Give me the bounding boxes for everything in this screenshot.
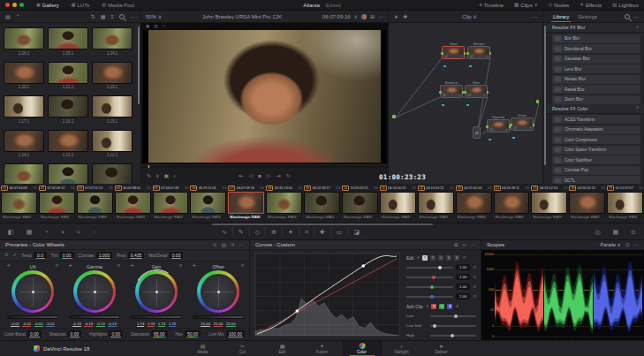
gallery-still[interactable]: 1.9.1 bbox=[92, 163, 133, 184]
power-window-icon[interactable]: ◇ bbox=[254, 229, 261, 235]
gallery-still[interactable]: 1.20.1 bbox=[4, 62, 44, 90]
channel-gain-value[interactable]: 1.00 bbox=[456, 284, 470, 290]
link-channels-icon[interactable]: ∞ bbox=[417, 255, 420, 260]
sort-icon[interactable]: ⇅ bbox=[91, 14, 95, 19]
color-match-icon[interactable]: ▦ bbox=[26, 229, 34, 235]
viewer-timecode[interactable]: 06:07:09:16 bbox=[322, 14, 351, 19]
param-value[interactable]: 65.00 bbox=[151, 330, 168, 337]
color-wheels-icon[interactable]: ◔ bbox=[43, 229, 49, 235]
gallery-still[interactable]: 1.16.1 bbox=[48, 95, 88, 124]
more-options-icon[interactable]: ⋯ bbox=[130, 14, 135, 19]
go-last-frame-button[interactable]: ⇥ bbox=[276, 173, 280, 178]
wheel-lift-control[interactable] bbox=[11, 270, 54, 313]
channel-chip-r[interactable]: R bbox=[430, 255, 436, 261]
node-input-port[interactable] bbox=[510, 124, 512, 126]
wipe-mode-icon[interactable] bbox=[361, 14, 367, 19]
video-frame[interactable] bbox=[143, 30, 386, 163]
motion-effects-icon[interactable]: ◌ bbox=[92, 229, 97, 235]
slider-handle[interactable] bbox=[451, 334, 454, 337]
soft-clip-slider[interactable] bbox=[430, 335, 476, 337]
split-screen-icon[interactable]: ⊞ bbox=[370, 14, 375, 19]
tracker-icon[interactable]: ⊕ bbox=[270, 229, 277, 235]
info-icon[interactable]: ⊙ bbox=[630, 229, 637, 235]
timecode-chevron-icon[interactable]: ∨ bbox=[354, 14, 358, 19]
fx-item[interactable]: Directional Blur bbox=[552, 44, 640, 53]
page-tab-edit[interactable]: ▦Edit bbox=[262, 341, 302, 356]
channel-gain-value[interactable]: 1.00 bbox=[456, 264, 470, 270]
topbar-button-timeline[interactable]: ≡Timeline bbox=[474, 3, 509, 8]
timeline-clip-17[interactable]: 1705:52:37:07V1Blackmagic RAW bbox=[606, 184, 644, 223]
wheels-view-icon[interactable]: ▤ bbox=[222, 242, 226, 247]
list-view-icon[interactable]: ≡ bbox=[110, 14, 114, 19]
channel-chip-y[interactable]: Y bbox=[422, 255, 428, 261]
channel-chip-b[interactable]: B bbox=[446, 255, 451, 261]
hdr-wheels-icon[interactable]: ◑ bbox=[59, 229, 64, 235]
slider-handle[interactable] bbox=[438, 266, 442, 269]
param-value[interactable]: 0.00 bbox=[60, 252, 74, 259]
channel-chip-g[interactable]: G bbox=[438, 255, 443, 261]
fx-section-header[interactable]: Resolve FX Color∧ bbox=[545, 104, 644, 114]
channel-gain-slider[interactable] bbox=[406, 276, 453, 278]
scope-mode-select[interactable]: Parade ∨ bbox=[601, 242, 621, 247]
curves-graph[interactable] bbox=[254, 253, 400, 337]
pan-tool-icon[interactable]: ✚ bbox=[403, 14, 407, 19]
stop-button[interactable]: ■ bbox=[258, 173, 261, 178]
param-value[interactable]: 0.00 bbox=[68, 330, 82, 337]
node-input-port[interactable] bbox=[439, 91, 442, 94]
qualifier-icon[interactable]: ✎ bbox=[238, 229, 245, 235]
soft-clip-reset-icon[interactable]: ↺ bbox=[455, 304, 458, 308]
node-key-port[interactable] bbox=[469, 65, 472, 68]
param-value[interactable]: 1.000 bbox=[96, 252, 113, 259]
scope-expand-icon[interactable]: ⊡ bbox=[625, 242, 630, 247]
keyframes-icon[interactable]: ◎ bbox=[594, 229, 601, 235]
page-tab-color[interactable]: Color bbox=[342, 341, 382, 356]
timeline-clip-02[interactable]: 0207:02:09:12V1Blackmagic RAW bbox=[38, 184, 76, 223]
timeline-clip-15[interactable]: 1504:13:12:14V1Blackmagic RAW bbox=[530, 184, 568, 223]
master-wheel-slider[interactable] bbox=[69, 315, 120, 319]
gallery-still[interactable]: 1.24.1 bbox=[92, 27, 133, 56]
channel-gain-slider[interactable] bbox=[406, 296, 453, 298]
curve-control-point[interactable] bbox=[295, 309, 299, 313]
source-input-port[interactable] bbox=[392, 115, 396, 118]
auto-balance-icon[interactable]: ⊙ bbox=[4, 253, 9, 258]
top-tab-gallery[interactable]: ▣Gallery bbox=[30, 0, 65, 10]
pointer-tool-icon[interactable]: ➤ bbox=[394, 14, 398, 19]
export-still-icon[interactable]: ⌃ bbox=[16, 14, 20, 19]
image-wipe-icon[interactable]: ▣ bbox=[146, 25, 149, 29]
stereo-3d-icon[interactable]: ◪ bbox=[352, 229, 360, 235]
gallery-scrollbar[interactable] bbox=[138, 27, 140, 104]
viewer-options-icon[interactable]: ⋯ bbox=[378, 14, 383, 19]
node-glow[interactable]: Glow01▪ bbox=[442, 42, 465, 59]
fx-item[interactable]: DCTL bbox=[552, 176, 640, 184]
gallery-still[interactable]: 1.15.1 bbox=[92, 95, 133, 124]
edit-reset-icon[interactable]: ↺ bbox=[462, 255, 466, 260]
compare-icon[interactable]: ▣ bbox=[163, 173, 169, 178]
page-tab-media[interactable]: ▤Media bbox=[183, 341, 223, 356]
step-back-button[interactable]: ◁ bbox=[249, 173, 254, 178]
fx-item[interactable]: Color Space Transform bbox=[552, 146, 640, 155]
soft-clip-chip-g[interactable]: G bbox=[439, 304, 444, 309]
curves-link-icon[interactable]: ∞ bbox=[463, 242, 466, 247]
tab-settings[interactable]: Settings bbox=[573, 11, 602, 22]
curves-grid-icon[interactable]: ⊞ bbox=[454, 242, 458, 247]
fx-item[interactable]: Color Compressor bbox=[552, 135, 640, 144]
gallery-still[interactable]: 1.13.1 bbox=[48, 130, 88, 158]
fx-item[interactable]: Box Blur bbox=[552, 34, 640, 43]
node-input-port[interactable] bbox=[441, 52, 443, 55]
node-view-select[interactable]: Clip ∨ bbox=[412, 13, 527, 19]
wheels-settings-icon[interactable]: ⊙ bbox=[213, 242, 217, 247]
channel-reset-icon[interactable]: ↺ bbox=[473, 275, 476, 279]
slider-handle[interactable] bbox=[454, 314, 458, 318]
param-value[interactable]: 0.00 bbox=[27, 330, 42, 337]
timeline-clip-08[interactable]: 0805:35:23:00V1Blackmagic RAW bbox=[265, 184, 303, 223]
master-wheel-slider[interactable] bbox=[7, 315, 58, 319]
slider-handle[interactable] bbox=[432, 276, 436, 279]
wheel-reset-icon[interactable]: ↺ bbox=[240, 264, 244, 269]
audio-mute-icon[interactable]: ♪ bbox=[173, 173, 176, 178]
channel-reset-icon[interactable]: ↺ bbox=[473, 284, 476, 289]
timeline-clip-04[interactable]: 0406:09:38:01V1Blackmagic RAW bbox=[114, 184, 152, 223]
gallery-still[interactable]: 1.21.1 bbox=[48, 62, 88, 90]
top-tab-luts[interactable]: ▦LUTs bbox=[65, 0, 95, 10]
node-output-port[interactable] bbox=[489, 52, 492, 55]
fx-item[interactable]: Chromatic Adaptation bbox=[552, 125, 640, 134]
